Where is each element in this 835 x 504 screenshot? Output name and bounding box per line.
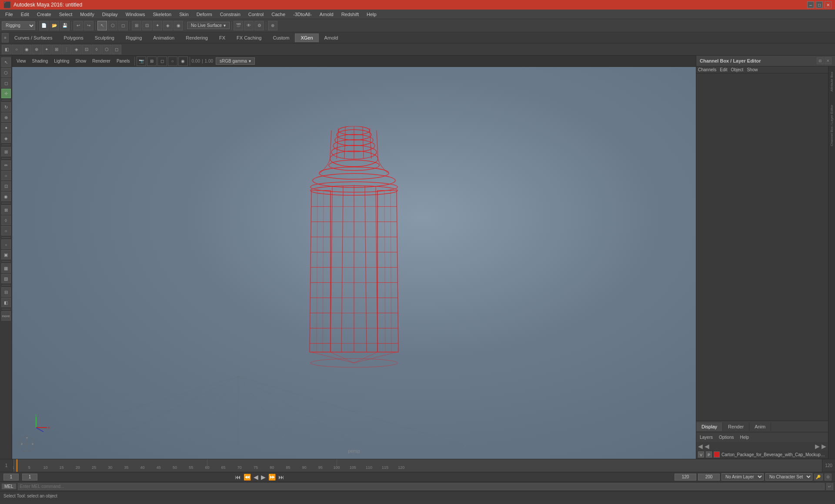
xgen-tool2[interactable]: ○ xyxy=(12,45,21,54)
playback-settings-btn[interactable]: ⚙ xyxy=(825,474,832,481)
xgen-tool12[interactable]: ◻ xyxy=(112,45,121,54)
tab-rendering[interactable]: Rendering xyxy=(180,33,214,42)
tab-fx[interactable]: FX xyxy=(214,33,231,42)
tab-animation[interactable]: Animation xyxy=(147,33,180,42)
snap-grid-btn[interactable]: ⊞ xyxy=(132,21,141,30)
render-settings-btn[interactable]: ⚙ xyxy=(254,21,264,30)
ep-curve-tool[interactable]: ○ xyxy=(1,171,11,180)
scale-tool[interactable]: ⊕ xyxy=(1,113,11,122)
step-forward-btn[interactable]: ⏩ xyxy=(267,474,277,481)
layer-visibility-btn[interactable]: V xyxy=(698,451,704,458)
vp-grid-btn[interactable]: ⊞ xyxy=(147,56,157,66)
paint-select-tool[interactable]: ◻ xyxy=(1,78,11,88)
mode-selector[interactable]: Rigging Animation Modeling Rendering FX … xyxy=(2,21,35,30)
tab-fx-caching[interactable]: FX Caching xyxy=(231,33,267,42)
menu-control[interactable]: Control xyxy=(245,11,267,18)
timeline-playhead[interactable] xyxy=(17,459,17,472)
xgen-tool5[interactable]: ✦ xyxy=(42,45,51,54)
vp-shading-menu[interactable]: Shading xyxy=(30,58,51,64)
sculpt-geo-tool[interactable]: ⊠ xyxy=(1,205,11,215)
mel-label[interactable]: MEL xyxy=(2,484,16,489)
xgen-tool3[interactable]: ◉ xyxy=(22,45,31,54)
channel-box-strip-label[interactable]: Channel Box / Layer Editor xyxy=(830,105,834,146)
xgen-tool6[interactable]: ⊞ xyxy=(52,45,61,54)
tab-custom[interactable]: Custom xyxy=(267,33,295,42)
new-file-btn[interactable]: 📄 xyxy=(39,21,49,30)
channel-box-close-btn[interactable]: ✕ xyxy=(825,57,832,64)
menu-file[interactable]: File xyxy=(2,11,17,18)
goto-start-btn[interactable]: ⏮ xyxy=(234,474,242,481)
vp-panels-menu[interactable]: Panels xyxy=(114,58,133,64)
layer-next-btn[interactable]: ▶ xyxy=(815,443,820,450)
menu-edit[interactable]: Edit xyxy=(17,11,33,18)
mode-tabs-settings-btn[interactable]: ≡ xyxy=(2,33,9,43)
more-tools-btn[interactable]: more xyxy=(1,311,11,321)
show-menu[interactable]: Show xyxy=(747,67,758,72)
layer-prev-btn[interactable]: ◀ xyxy=(698,443,703,450)
tab-polygons[interactable]: Polygons xyxy=(58,33,89,42)
ipr-btn[interactable]: 👁 xyxy=(244,21,254,30)
set-breakdown-btn[interactable]: ▣ xyxy=(1,250,11,259)
universal-tool[interactable]: ✦ xyxy=(1,123,11,133)
lasso-btn[interactable]: ⬡ xyxy=(108,21,117,30)
curve-tool[interactable]: ✏ xyxy=(1,160,11,170)
channels-menu[interactable]: Channels xyxy=(698,67,716,72)
tab-rigging[interactable]: Rigging xyxy=(120,33,147,42)
menu-help[interactable]: Help xyxy=(363,11,380,18)
object-menu[interactable]: Object xyxy=(731,67,744,72)
layer-prev2-btn[interactable]: ◀ xyxy=(705,443,709,450)
no-anim-layer-dropdown[interactable]: No Anim Layer xyxy=(721,473,764,481)
xgen-tool8[interactable]: ◈ xyxy=(72,45,81,54)
snap-view-btn[interactable]: ◈ xyxy=(163,21,173,30)
xgen-tool10[interactable]: ◊ xyxy=(92,45,101,54)
xgen-tool1[interactable]: ◧ xyxy=(2,45,11,54)
anim-end-input[interactable] xyxy=(675,474,696,481)
tab-curves-surfaces[interactable]: Curves / Surfaces xyxy=(9,33,58,42)
set-key-btn[interactable]: ⬦ xyxy=(1,239,11,249)
close-button[interactable]: ✕ xyxy=(825,1,832,8)
extra-tool-1[interactable]: ⊟ xyxy=(1,287,11,297)
tab-arnold[interactable]: Arnold xyxy=(319,33,344,42)
paint-btn[interactable]: ◻ xyxy=(118,21,128,30)
vp-view-menu[interactable]: View xyxy=(14,58,29,64)
show-manipulator[interactable]: ⊞ xyxy=(1,147,11,156)
rotate-tool[interactable]: ↻ xyxy=(1,102,11,112)
menu-modify[interactable]: Modify xyxy=(77,11,97,18)
open-file-btn[interactable]: 📂 xyxy=(50,21,59,30)
mel-input[interactable] xyxy=(18,483,825,490)
snap-surface-btn[interactable]: ◉ xyxy=(174,21,183,30)
xgen-tool9[interactable]: ⊡ xyxy=(82,45,91,54)
menu-skin[interactable]: Skin xyxy=(176,11,192,18)
move-tool[interactable]: ✛ xyxy=(1,89,11,98)
menu-cache[interactable]: Cache xyxy=(268,11,289,18)
menu-constrain[interactable]: Constrain xyxy=(217,11,244,18)
save-file-btn[interactable]: 💾 xyxy=(60,21,70,30)
vp-smooth-btn[interactable]: ○ xyxy=(168,56,177,66)
undo-btn[interactable]: ↩ xyxy=(73,21,83,30)
no-live-surface-btn[interactable]: No Live Surface ▾ xyxy=(187,22,230,29)
snap-curve-btn[interactable]: ⊡ xyxy=(142,21,152,30)
minimize-button[interactable]: – xyxy=(807,1,814,8)
maximize-button[interactable]: □ xyxy=(816,1,823,8)
attribute-box-label[interactable]: Attribute Box xyxy=(830,72,834,92)
tab-sculpting[interactable]: Sculpting xyxy=(89,33,120,42)
help-tab[interactable]: Help xyxy=(737,434,752,441)
anim-range-input[interactable] xyxy=(698,474,720,481)
menu-deform[interactable]: Deform xyxy=(193,11,216,18)
viewport[interactable]: View Shading Lighting Show Renderer Pane… xyxy=(12,56,696,459)
menu-create[interactable]: Create xyxy=(33,11,55,18)
anim-tab[interactable]: Anim xyxy=(749,422,771,431)
layer-color-swatch[interactable] xyxy=(714,451,720,458)
render-tab[interactable]: Render xyxy=(723,422,749,431)
menu-select[interactable]: Select xyxy=(56,11,76,18)
vp-camera-btn[interactable]: 📷 xyxy=(137,56,146,66)
goto-end-btn[interactable]: ⏭ xyxy=(277,474,285,481)
tab-xgen[interactable]: XGen xyxy=(295,33,318,42)
vp-lighting-menu[interactable]: Lighting xyxy=(51,58,72,64)
layer-next2-btn[interactable]: ▶ xyxy=(822,443,826,450)
select-tool-btn[interactable]: ↖ xyxy=(97,21,107,30)
menu-3dtotoall[interactable]: -3DtoAll- xyxy=(290,11,315,18)
mel-submit-btn[interactable]: ↵ xyxy=(826,483,833,490)
edit-menu[interactable]: Edit xyxy=(720,67,727,72)
menu-arnold[interactable]: Arnold xyxy=(316,11,337,18)
